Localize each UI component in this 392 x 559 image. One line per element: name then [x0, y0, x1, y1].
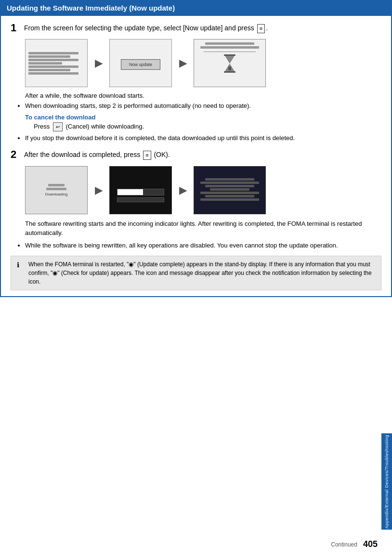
- step1-text: From the screen for selecting the update…: [24, 22, 268, 33]
- menu-icon-step1: ≡: [257, 24, 265, 33]
- step2-diagram: Downloading ▶ ▶: [25, 166, 381, 214]
- cancel-instruction: Press ↩ (Cancel) while downloading.: [34, 122, 381, 131]
- step2-text: After the download is completed, press ≡…: [24, 148, 170, 160]
- screen-line: [28, 65, 78, 68]
- screen-line: [28, 55, 70, 58]
- cancel-bullets: If you stop the download before it is co…: [25, 133, 381, 143]
- footer-page: 405: [363, 539, 378, 549]
- screen-center-btn: Now update: [121, 59, 160, 70]
- note-box: ℹ When the FOMA terminal is restarted, "…: [11, 256, 381, 290]
- main-content: 1 From the screen for selecting the upda…: [0, 16, 392, 297]
- screen-divider: [204, 52, 256, 52]
- cancel-heading: To cancel the download: [25, 114, 381, 121]
- step1-container: 1 From the screen for selecting the upda…: [11, 22, 381, 34]
- svg-rect-0: [224, 54, 235, 56]
- screen-line: [28, 59, 78, 61]
- step2-screen2: [109, 166, 172, 214]
- progress-bar2: [117, 197, 165, 202]
- note-text: When the FOMA terminal is restarted, "◉"…: [28, 260, 375, 286]
- step1-bullets: When downloading starts, step 2 is perfo…: [25, 101, 381, 111]
- step1-diagram: ▶ Now update ▶: [25, 39, 381, 87]
- screen-line: [28, 69, 70, 71]
- step1-number: 1: [11, 22, 20, 34]
- step2-screen3: [194, 166, 266, 214]
- step2-bullet1: While the software is being rewritten, a…: [25, 241, 381, 250]
- section-title: Updating the Software Immediately (Now u…: [7, 4, 175, 12]
- cancel-bullet1: If you stop the download before it is co…: [25, 133, 381, 143]
- step2-screen1: Downloading: [25, 166, 88, 214]
- note-icon: ℹ: [17, 260, 25, 286]
- arrow4: ▶: [179, 184, 186, 196]
- screen3-title: [197, 42, 262, 52]
- page-container: Updating the Software Immediately (Now u…: [0, 0, 392, 297]
- step1-bullet1: When downloading starts, step 2 is perfo…: [25, 101, 381, 111]
- step2-para1: The software rewriting starts and the in…: [25, 219, 381, 238]
- progress-bar-container: [117, 189, 165, 195]
- arrow1: ▶: [95, 57, 102, 69]
- step1-after-text: After a while, the software download sta…: [25, 92, 381, 99]
- screen-dl-label: Downloading: [45, 192, 67, 196]
- svg-rect-1: [224, 71, 235, 73]
- step2-bullets: While the software is being rewritten, a…: [25, 241, 381, 250]
- step1-screen1: [25, 39, 88, 87]
- step2-number: 2: [11, 148, 20, 161]
- screen-line: [28, 72, 78, 75]
- step2-container: 2 After the download is completed, press…: [11, 148, 381, 161]
- step1-screen2: Now update: [109, 39, 172, 87]
- sidebar-tab-label: Appendix/External Devices/Troubleshootin…: [384, 435, 389, 529]
- arrow3: ▶: [95, 184, 102, 196]
- footer-continued: Continued: [331, 541, 357, 548]
- cancel-icon: ↩: [53, 122, 63, 131]
- progress-bar-fill: [118, 189, 143, 195]
- step1-screen3: [194, 39, 266, 87]
- section-header: Updating the Software Immediately (Now u…: [0, 0, 392, 16]
- sidebar-tab: Appendix/External Devices/Troubleshootin…: [381, 433, 392, 530]
- footer: Continued 405: [331, 539, 378, 549]
- hourglass-icon: [222, 54, 237, 73]
- arrow2: ▶: [179, 57, 186, 69]
- menu-icon-step2: ≡: [143, 151, 151, 160]
- screen-line: [28, 52, 78, 54]
- svg-rect-2: [228, 66, 231, 70]
- screen-line: [28, 62, 62, 65]
